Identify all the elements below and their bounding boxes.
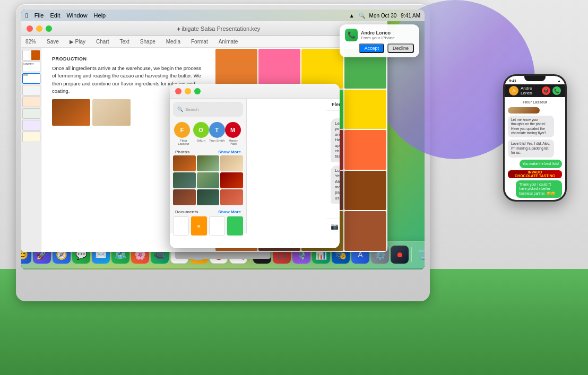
dock-screenrecorder[interactable]: ⏺ (391, 246, 409, 264)
choc-12 (344, 130, 386, 170)
iphone-screen: 9:41 ▲ A Andre Lorico 📵 📞 Fleur Lasseur … (505, 76, 565, 200)
search-icon[interactable]: 🔍 (359, 13, 365, 19)
monitor-bezel:  File Edit Window Help ▲ 🔍 Mon Oct 30 9… (21, 10, 425, 269)
iphone-bubble-received-1: Let me know your thoughts on the photo! … (508, 116, 554, 138)
doc-2[interactable]: K (191, 216, 207, 236)
close-button[interactable] (27, 25, 33, 32)
messages-sidebar: 🔍 Search F Fleur Lasseur O Or (170, 99, 247, 233)
iphone-status-icons: ▲ (557, 79, 561, 83)
camera-icon[interactable]: 📷 (331, 223, 339, 230)
photo-8[interactable] (197, 189, 220, 205)
iphone-caller-avatar: A (509, 86, 518, 95)
slide-thumb-2[interactable]: COMPANY (22, 62, 40, 72)
chat-bubble-received-1: Let me know your thoughts on the photo! … (331, 118, 340, 162)
contacts-row: F Fleur Lasseur O Orkun T Tran Smith (170, 120, 246, 147)
chat-input-bar: 📷 Message ▶ (326, 219, 340, 233)
iphone-bubble-received-2: Love this! Yes, I did. Also, I'm making … (508, 139, 554, 157)
notification-subtitle: From your iPhone (361, 36, 414, 40)
notification: 📞 Andre Lorico From your iPhone Accept D… (340, 24, 419, 57)
chat-bubble-received-2: Love this! Yes, I did. Also, I'm making … (331, 165, 340, 204)
doc-4[interactable] (227, 216, 243, 236)
toolbar-chart[interactable]: Chart (96, 39, 109, 45)
choc-1 (215, 49, 257, 89)
keynote-toolbar: 82% Save ▶ Play Chart Text Shape Media F… (21, 36, 387, 48)
apple-menu[interactable]:  (25, 12, 28, 20)
toolbar-save[interactable]: Save (47, 39, 59, 45)
menu-window[interactable]: Window (66, 12, 87, 19)
dock-divider-2 (411, 247, 412, 262)
contact-fleur[interactable]: F Fleur Lasseur (174, 122, 193, 145)
contact-tran[interactable]: T Tran Smith (209, 122, 225, 145)
chat-header: Fleur Lasseur (326, 99, 340, 111)
messages-titlebar (170, 84, 340, 99)
notification-caller-name: Andre Lorico (361, 30, 414, 36)
iphone-chat: Fleur Lasseur Let me know your thoughts … (505, 97, 565, 200)
search-magnifier-icon: 🔍 (177, 107, 183, 112)
menu-help[interactable]: Help (94, 12, 106, 19)
toolbar-media[interactable]: Media (166, 39, 180, 45)
messages-minimize[interactable] (185, 88, 191, 94)
iphone: 9:41 ▲ A Andre Lorico 📵 📞 Fleur Lasseur … (503, 74, 567, 202)
iphone-promo-card: INVADO CHOCOLATE TASTING (508, 170, 562, 178)
photo-1[interactable] (173, 155, 196, 171)
choc-8 (344, 90, 386, 129)
slide-panel: COMPANY PROD (21, 48, 41, 252)
doc-3[interactable] (209, 216, 225, 236)
desktop:  File Edit Window Help ▲ 🔍 Mon Oct 30 9… (21, 10, 425, 269)
toolbar-zoom[interactable]: 82% (25, 39, 36, 45)
documents-section-label: Documents Show More (170, 207, 246, 215)
choc-3 (301, 49, 343, 89)
photo-6[interactable] (220, 172, 243, 188)
messages-chat: Fleur Lasseur Let me kn (326, 99, 340, 233)
iphone-call-bar: A Andre Lorico 📵 📞 (505, 84, 565, 97)
iphone-chat-recipient: Fleur Lasseur (508, 99, 562, 105)
menubar-right: ▲ 🔍 Mon Oct 30 9:41 AM (349, 13, 420, 19)
doc-1[interactable] (173, 216, 189, 236)
photo-2[interactable] (197, 155, 220, 171)
menu-edit[interactable]: Edit (50, 12, 60, 19)
notification-text: Andre Lorico From your iPhone (361, 30, 414, 40)
notification-app-icon: 📞 (345, 29, 358, 41)
slide-thumb-4[interactable] (22, 85, 40, 95)
photo-3[interactable] (220, 155, 243, 171)
decline-call-button[interactable]: 📵 (542, 86, 550, 95)
contact-mason[interactable]: M Mason Patel (225, 122, 242, 145)
toolbar-play[interactable]: ▶ Play (70, 39, 85, 45)
iphone-notch (524, 76, 546, 81)
accept-call-button[interactable]: 📞 (552, 86, 561, 95)
time: 9:41 AM (401, 13, 420, 19)
monitor:  File Edit Window Help ▲ 🔍 Mon Oct 30 9… (16, 4, 430, 301)
messages-body: 🔍 Search F Fleur Lasseur O Or (170, 99, 340, 248)
minimize-button[interactable] (36, 25, 42, 32)
toolbar-animate[interactable]: Animate (219, 39, 238, 45)
slide-image-1 (52, 99, 90, 126)
maximize-button[interactable] (46, 25, 52, 32)
choc-20 (344, 211, 386, 251)
photo-5[interactable] (197, 172, 220, 188)
contact-orkun[interactable]: O Orkun (193, 122, 209, 145)
messages-maximize[interactable] (194, 88, 201, 94)
messages-close[interactable] (175, 88, 181, 94)
slide-thumb-5[interactable] (22, 97, 40, 107)
accept-button[interactable]: Accept (359, 43, 384, 53)
menu-file[interactable]: File (34, 12, 44, 19)
search-placeholder: Search (185, 107, 198, 112)
slide-thumb-6[interactable] (22, 108, 40, 119)
decline-button[interactable]: Decline (387, 43, 414, 53)
photo-4[interactable] (173, 172, 196, 188)
toolbar-shape[interactable]: Shape (140, 39, 155, 45)
photo-9[interactable] (220, 189, 243, 205)
dock-trash[interactable]: 🗑️ (414, 246, 425, 264)
messages-search[interactable]: 🔍 Search (173, 102, 243, 117)
datetime: Mon Oct 30 (369, 13, 397, 19)
toolbar-text[interactable]: Text (120, 39, 129, 45)
scene:  File Edit Window Help ▲ 🔍 Mon Oct 30 9… (0, 0, 588, 375)
slide-thumb-3[interactable]: PROD (22, 73, 40, 84)
slide-thumb-1[interactable] (22, 50, 40, 60)
slide-thumb-8[interactable] (22, 132, 40, 142)
toolbar-format[interactable]: Format (191, 39, 208, 45)
menubar-left:  File Edit Window Help (25, 12, 106, 20)
slide-thumb-7[interactable] (22, 120, 40, 130)
photo-7[interactable] (173, 189, 196, 205)
iphone-photo-thumb (508, 107, 540, 114)
